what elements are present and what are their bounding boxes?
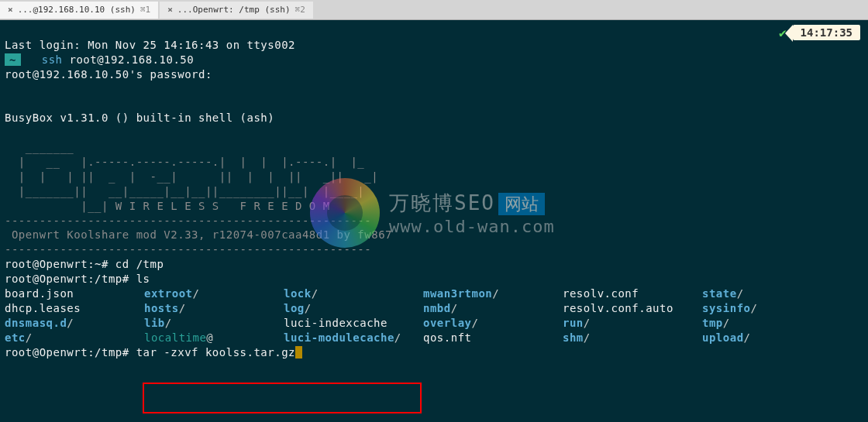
ls-item: board.json [5,287,74,300]
ls-item: dnsmasq.d [5,317,67,329]
highlight-box [143,383,422,413]
ls-item: log [284,302,305,314]
tab-shortcut: ⌘1 [140,5,150,15]
ls-command: ls [136,273,150,285]
ls-item: luci-modulecache [284,331,394,344]
ls-item: nmbd [423,302,451,314]
password-prompt: root@192.168.10.50's password: [5,68,212,81]
divider-line: ----------------------------------------… [5,214,371,227]
ascii-art-line: _______ [5,141,74,153]
status-time-badge: ✔ 14:17:35 [779,25,860,40]
cd-command: cd /tmp [115,258,164,270]
ls-item: sysinfo [702,302,751,314]
ssh-command: ssh [42,53,63,66]
tab-shortcut: ⌘2 [295,5,305,15]
ascii-art-line: |_______|| __|_____|__|__||________||__|… [5,185,364,197]
tab-label: ...Openwrt: /tmp (ssh) [177,5,291,15]
ls-item: extroot [144,287,193,300]
shell-prompt: root@Openwrt:/tmp# [5,346,136,359]
tab-ssh-1[interactable]: × ...@192.168.10.10 (ssh) ⌘1 [0,2,158,19]
ls-item: dhcp.leases [5,302,81,314]
close-icon[interactable]: × [8,5,13,15]
shell-prompt: root@Openwrt:~# [5,258,115,270]
tab-ssh-2[interactable]: × ...Openwrt: /tmp (ssh) ⌘2 [160,2,313,19]
version-line: Openwrt Koolshare mod V2.33, r12074-007c… [5,228,392,241]
tab-label: ...@192.168.10.10 (ssh) [18,5,136,15]
ls-item: shm [563,331,584,344]
ls-item: state [702,287,737,300]
ls-item: overlay [423,317,472,329]
ls-item: resolv.conf.auto [563,302,673,314]
ls-item: lock [284,287,312,300]
ascii-art-line: | __ |.-----.-----.-----.| | | |.----.| … [5,156,364,168]
shell-prompt: root@Openwrt:/tmp# [5,273,136,285]
prompt-cwd-badge: ~ [5,53,21,66]
terminal-output[interactable]: Last login: Mon Nov 25 14:16:43 on ttys0… [0,20,868,362]
ls-item: etc [5,331,26,344]
ls-item: mwan3rtmon [423,287,492,300]
ascii-art-line: | | | || _ | -__| || | | || _|| _| [5,170,378,183]
tar-command: tar -zxvf koolss.tar.gz [136,346,295,359]
last-login-line: Last login: Mon Nov 25 14:16:43 on ttys0… [5,39,295,51]
ls-item: resolv.conf [563,287,639,300]
tab-bar: × ...@192.168.10.10 (ssh) ⌘1 × ...Openwr… [0,0,868,20]
clock-time: 14:17:35 [793,25,860,40]
divider-line: ----------------------------------------… [5,243,371,256]
ls-item: localtime [144,331,206,344]
busybox-line: BusyBox v1.31.0 () built-in shell (ash) [5,112,274,124]
ascii-art-line: |__| W I R E L E S S F R E E D O M [5,200,330,212]
ls-item: lib [144,317,165,329]
ls-item: luci-indexcache [284,317,388,329]
cursor-icon [295,346,302,359]
ls-item: hosts [144,302,179,314]
ls-item: run [563,317,584,329]
close-icon[interactable]: × [167,5,173,15]
ssh-args: root@192.168.10.50 [63,53,195,66]
ls-item: qos.nft [423,331,472,344]
ls-item: upload [702,331,744,344]
ls-item: tmp [702,317,723,329]
